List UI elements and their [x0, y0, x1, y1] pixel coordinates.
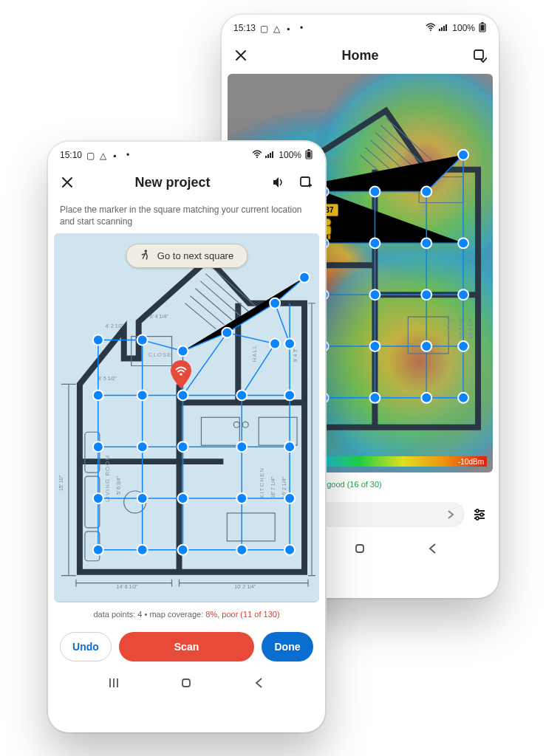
svg-text:14' 8 1/2": 14' 8 1/2" — [117, 584, 139, 589]
svg-rect-115 — [182, 679, 190, 687]
app-header: New project — [48, 164, 325, 201]
svg-point-97 — [93, 442, 103, 453]
scan-button[interactable]: Scan — [119, 632, 254, 662]
svg-text:10' 2 1/4": 10' 2 1/4" — [234, 584, 256, 589]
page-title: New project — [134, 175, 210, 190]
signal-icon — [265, 150, 276, 161]
floorplan-svg: LIVING ROOM KITCHEN CLOSE HALL 14' 8 1/2… — [54, 233, 319, 602]
status-bar: 15:13 ▢ △ ▪ • 100% — [222, 15, 499, 37]
svg-rect-59 — [307, 151, 311, 157]
svg-point-107 — [93, 545, 103, 555]
svg-text:6' 4 1/4": 6' 4 1/4" — [324, 158, 343, 163]
overflow-dot: • — [300, 23, 303, 33]
svg-point-109 — [178, 545, 188, 555]
app-icon: ▪ — [287, 24, 296, 32]
app-header: Home — [222, 37, 499, 74]
svg-point-100 — [236, 442, 247, 453]
svg-point-86 — [137, 335, 148, 346]
svg-point-21 — [369, 187, 380, 197]
close-icon[interactable] — [233, 48, 248, 63]
svg-text:4' 2 1/2": 4' 2 1/2" — [106, 323, 125, 329]
svg-point-22 — [421, 187, 431, 197]
next-square-button[interactable]: Go to next square — [126, 244, 247, 268]
pill-label: Go to next square — [157, 250, 233, 261]
svg-text:16' 2 1/4": 16' 2 1/4" — [468, 317, 473, 339]
svg-point-110 — [236, 545, 247, 555]
walk-icon — [140, 250, 150, 262]
svg-point-111 — [284, 545, 295, 555]
battery-text: 100% — [279, 150, 301, 160]
battery-icon — [478, 22, 487, 35]
chevron-right-icon — [447, 509, 454, 520]
undo-button[interactable]: Undo — [60, 632, 112, 662]
overflow-dot: • — [126, 150, 129, 160]
svg-point-27 — [421, 238, 431, 248]
svg-point-52 — [256, 157, 258, 158]
nav-back-icon[interactable] — [426, 542, 440, 558]
svg-point-43 — [458, 393, 468, 403]
svg-point-37 — [421, 341, 431, 351]
svg-point-106 — [284, 493, 295, 504]
svg-text:16' 7 1/4": 16' 7 1/4" — [270, 477, 276, 499]
svg-point-103 — [137, 493, 148, 504]
svg-point-88 — [222, 328, 232, 338]
svg-point-93 — [137, 391, 148, 401]
svg-rect-6 — [482, 22, 484, 24]
svg-rect-53 — [265, 156, 267, 158]
wifi-pin-marker[interactable] — [171, 360, 191, 388]
svg-point-113 — [180, 374, 182, 377]
svg-text:9' 4 3": 9' 4 3" — [293, 348, 298, 362]
done-button[interactable]: Done — [262, 632, 313, 662]
nav-recent-icon[interactable] — [107, 676, 120, 693]
legend-max-label: -10dBm — [457, 458, 485, 466]
battery-icon — [304, 149, 313, 162]
svg-text:15' 10": 15' 10" — [58, 475, 64, 492]
svg-rect-1 — [439, 29, 440, 31]
floorplan-canvas[interactable]: LIVING ROOM KITCHEN CLOSE HALL 14' 8 1/2… — [54, 233, 319, 602]
system-nav-bar — [48, 667, 325, 701]
svg-point-94 — [178, 391, 188, 401]
svg-point-87 — [178, 346, 188, 357]
svg-rect-47 — [328, 235, 330, 239]
status-bar: 15:10 ▢ △ ▪ • 100% — [48, 142, 325, 164]
svg-point-48 — [476, 509, 479, 512]
settings-sliders-icon[interactable] — [472, 507, 487, 522]
svg-rect-55 — [270, 153, 271, 158]
svg-point-23 — [458, 150, 468, 160]
nav-back-icon[interactable] — [253, 676, 266, 693]
export-icon[interactable] — [298, 175, 313, 190]
svg-point-98 — [137, 442, 148, 453]
close-icon[interactable] — [60, 175, 75, 190]
nav-home-icon[interactable] — [180, 676, 193, 693]
battery-text: 100% — [452, 23, 475, 33]
svg-point-95 — [236, 391, 247, 401]
svg-point-108 — [137, 545, 148, 555]
svg-point-85 — [93, 335, 103, 346]
wifi-icon — [252, 150, 262, 161]
svg-text:5' 6 3/4": 5' 6 3/4" — [116, 476, 121, 495]
svg-rect-2 — [441, 27, 443, 31]
svg-point-50 — [476, 517, 479, 520]
svg-text:KITCHEN: KITCHEN — [259, 467, 265, 498]
nav-home-icon[interactable] — [353, 542, 366, 558]
svg-rect-8 — [474, 50, 483, 59]
stats-value: 8%, poor (11 of 130) — [205, 610, 279, 619]
instruction-text: Place the marker in the square matching … — [48, 201, 325, 233]
svg-point-26 — [369, 238, 380, 248]
svg-point-49 — [480, 513, 483, 516]
svg-point-41 — [369, 393, 380, 403]
phone-scan-view: 15:10 ▢ △ ▪ • 100% New project Place the… — [48, 142, 325, 732]
svg-point-33 — [458, 289, 468, 300]
svg-text:LIVING ROOM: LIVING ROOM — [104, 455, 111, 502]
svg-point-91 — [270, 339, 280, 349]
svg-point-36 — [369, 341, 380, 351]
volume-icon[interactable] — [270, 175, 285, 190]
action-buttons: Undo Scan Done — [48, 626, 325, 667]
svg-point-101 — [284, 442, 295, 453]
svg-point-96 — [284, 391, 295, 401]
export-icon[interactable] — [472, 48, 487, 63]
svg-rect-4 — [445, 24, 447, 31]
cloud-icon: △ — [100, 151, 109, 159]
page-title: Home — [341, 48, 378, 63]
cloud-icon: △ — [273, 24, 282, 32]
